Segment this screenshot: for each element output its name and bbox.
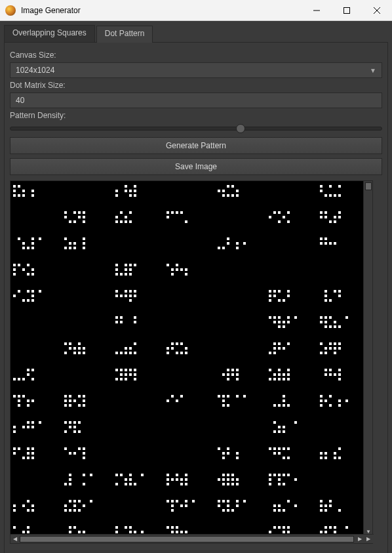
svg-rect-1 bbox=[344, 7, 350, 13]
vertical-scrollbar[interactable]: ▼ bbox=[363, 181, 372, 535]
dot-matrix-label: Dot Matrix Size: bbox=[10, 81, 382, 90]
chevron-down-icon: ▼ bbox=[370, 67, 376, 74]
preview-area: ▼ ◀ ▶ ▶ bbox=[10, 180, 373, 544]
tab-panel: Canvas Size: 1024x1024 ▼ Dot Matrix Size… bbox=[4, 42, 388, 553]
app-icon bbox=[5, 5, 16, 16]
scroll-right-end-icon[interactable]: ▶ bbox=[365, 536, 372, 543]
pattern-density-label: Pattern Density: bbox=[10, 111, 382, 120]
save-image-button[interactable]: Save Image bbox=[10, 158, 382, 175]
horizontal-scroll-thumb[interactable] bbox=[20, 536, 354, 543]
slider-thumb[interactable] bbox=[236, 124, 245, 133]
scroll-right-icon[interactable]: ▶ bbox=[357, 536, 363, 543]
tab-dot-pattern[interactable]: Dot Pattern bbox=[96, 26, 153, 43]
canvas-size-value: 1024x1024 bbox=[16, 66, 54, 75]
title-bar: Image Generator bbox=[0, 0, 392, 21]
tab-overlapping-squares[interactable]: Overlapping Squares bbox=[4, 25, 95, 42]
generate-pattern-button[interactable]: Generate Pattern bbox=[10, 137, 382, 154]
tab-bar: Overlapping Squares Dot Pattern bbox=[4, 25, 388, 42]
slider-track[interactable] bbox=[10, 127, 382, 131]
scroll-left-icon[interactable]: ◀ bbox=[12, 536, 18, 543]
horizontal-scrollbar[interactable]: ◀ ▶ ▶ bbox=[10, 534, 374, 543]
dot-pattern-canvas bbox=[10, 181, 364, 535]
canvas-size-label: Canvas Size: bbox=[10, 51, 382, 60]
canvas-size-select[interactable]: 1024x1024 ▼ bbox=[10, 62, 382, 78]
dot-matrix-field[interactable] bbox=[16, 96, 376, 105]
pattern-density-slider[interactable] bbox=[10, 127, 382, 131]
minimize-button[interactable] bbox=[302, 0, 332, 20]
window-title: Image Generator bbox=[21, 6, 302, 15]
window-controls bbox=[302, 0, 392, 20]
maximize-button[interactable] bbox=[332, 0, 362, 20]
dot-matrix-input[interactable] bbox=[10, 92, 382, 108]
preview-viewport[interactable] bbox=[10, 181, 364, 535]
vertical-scroll-thumb[interactable] bbox=[365, 182, 372, 190]
close-button[interactable] bbox=[362, 0, 392, 20]
app-frame: Overlapping Squares Dot Pattern Canvas S… bbox=[0, 21, 392, 553]
